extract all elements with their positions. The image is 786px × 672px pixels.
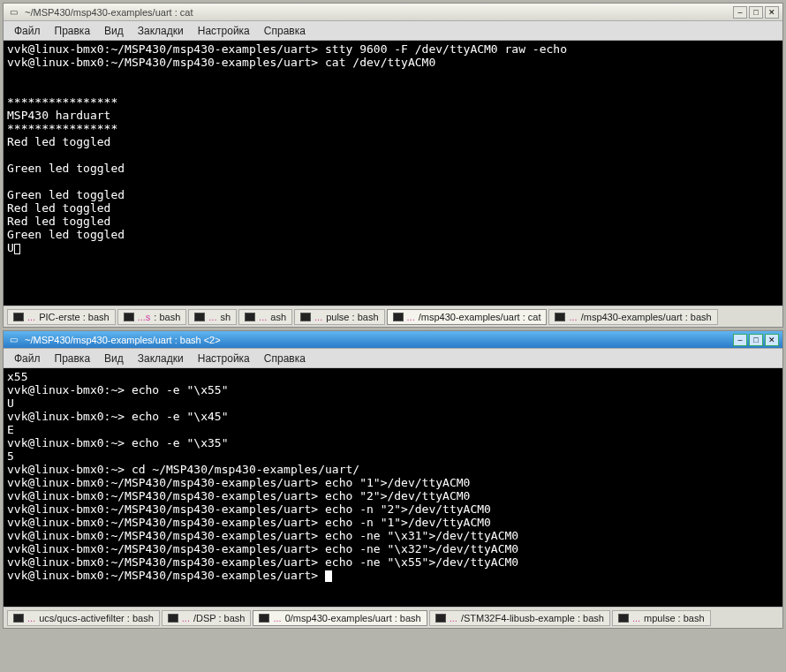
close-button[interactable]: ✕ <box>765 6 779 19</box>
window-buttons-2: – □ ✕ <box>733 334 779 346</box>
titlebar-2[interactable]: ▭ ~/MSP430/msp430-examples/uart : bash <… <box>4 331 782 349</box>
terminal-icon <box>124 313 134 321</box>
tab-ellipsis: ... <box>569 312 577 322</box>
menu-правка[interactable]: Правка <box>48 350 98 367</box>
tab[interactable]: ...ash <box>238 309 292 325</box>
tab-ellipsis: ... <box>450 613 457 623</box>
tab-ellipsis: ... <box>27 613 35 623</box>
tab-label: pulse : bash <box>326 312 378 322</box>
cursor-icon <box>325 570 332 582</box>
tab-label: /DSP : bash <box>193 613 246 623</box>
menu-закладки[interactable]: Закладки <box>131 350 191 367</box>
cursor-icon <box>14 244 20 254</box>
tab-ellipsis: ... <box>314 312 322 322</box>
maximize-button[interactable]: □ <box>749 6 763 19</box>
tab-label: 0/msp430-examples/uart : bash <box>285 613 421 623</box>
window-icon: ▭ <box>7 6 19 19</box>
terminal-window-2: ▭ ~/MSP430/msp430-examples/uart : bash <… <box>3 330 783 629</box>
minimize-button[interactable]: – <box>733 334 747 346</box>
terminal-icon <box>435 614 446 623</box>
tab-label: ash <box>270 312 286 322</box>
window-buttons-1: – □ ✕ <box>733 6 779 19</box>
tabbar-2: ...ucs/qucs-activefilter : bash.../DSP :… <box>4 607 782 628</box>
tab-ellipsis: ... <box>259 312 267 322</box>
terminal-icon <box>618 614 629 623</box>
terminal-output-2[interactable]: x55 vvk@linux-bmx0:~> echo -e "\x55" U v… <box>4 368 782 607</box>
tab-label: ucs/qucs-activefilter : bash <box>39 613 154 623</box>
maximize-button[interactable]: □ <box>749 334 763 346</box>
tab[interactable]: ...pulse : bash <box>294 309 385 325</box>
tab-label: mpulse : bash <box>644 613 704 623</box>
terminal-icon <box>13 313 24 321</box>
terminal-window-1: ▭ ~/MSP430/msp430-examples/uart : cat – … <box>3 3 783 328</box>
terminal-icon <box>168 614 178 623</box>
tabbar-1: ...PIC-erste : bash...s : bash...sh...as… <box>4 306 782 327</box>
tab[interactable]: ...s : bash <box>117 309 187 325</box>
tab[interactable]: .../msp430-examples/uart : cat <box>387 309 548 325</box>
tab-label: PIC-erste : bash <box>39 312 109 322</box>
terminal-icon <box>245 313 255 321</box>
titlebar-1[interactable]: ▭ ~/MSP430/msp430-examples/uart : cat – … <box>4 4 782 21</box>
menu-файл[interactable]: Файл <box>7 22 48 40</box>
tab[interactable]: ...mpulse : bash <box>612 610 711 626</box>
menu-справка[interactable]: Справка <box>257 22 313 40</box>
terminal-icon <box>393 313 404 321</box>
tab-ellipsis: ... <box>27 312 35 322</box>
tab[interactable]: .../STM32F4-libusb-example : bash <box>429 610 610 626</box>
menubar-2: ФайлПравкаВидЗакладкиНастройкаСправка <box>4 349 782 368</box>
tab[interactable]: .../msp430-examples/uart : bash <box>548 309 717 325</box>
terminal-icon <box>259 614 269 623</box>
terminal-icon <box>13 614 24 623</box>
tab-label: : bash <box>154 312 180 322</box>
menu-закладки[interactable]: Закладки <box>131 22 191 40</box>
terminal-icon <box>300 313 311 321</box>
window-icon: ▭ <box>7 334 19 346</box>
terminal-last-line-1: U <box>7 241 14 254</box>
menu-вид[interactable]: Вид <box>97 22 131 40</box>
window-title-1: ~/MSP430/msp430-examples/uart : cat <box>25 7 728 18</box>
window-title-2: ~/MSP430/msp430-examples/uart : bash <2> <box>25 335 728 345</box>
tab-ellipsis: ... <box>632 613 640 623</box>
menu-правка[interactable]: Правка <box>48 22 98 40</box>
terminal-text-1: vvk@linux-bmx0:~/MSP430/msp430-examples/… <box>7 42 567 241</box>
menu-файл[interactable]: Файл <box>7 350 48 367</box>
terminal-output-1[interactable]: vvk@linux-bmx0:~/MSP430/msp430-examples/… <box>4 41 782 306</box>
terminal-text-2: x55 vvk@linux-bmx0:~> echo -e "\x55" U v… <box>7 370 518 569</box>
tab-label: sh <box>220 312 231 322</box>
menu-настройка[interactable]: Настройка <box>191 350 257 367</box>
tab[interactable]: ...ucs/qucs-activefilter : bash <box>7 610 160 626</box>
tab-label: /msp430-examples/uart : bash <box>581 312 712 322</box>
tab[interactable]: .../DSP : bash <box>162 610 252 626</box>
tab-ellipsis: ... <box>182 613 190 623</box>
tab[interactable]: ...sh <box>188 309 237 325</box>
tab-ellipsis: ...s <box>138 312 151 322</box>
menu-вид[interactable]: Вид <box>97 350 131 367</box>
menu-настройка[interactable]: Настройка <box>191 22 257 40</box>
tab[interactable]: ...PIC-erste : bash <box>7 309 116 325</box>
tab[interactable]: ...0/msp430-examples/uart : bash <box>253 610 427 626</box>
tab-ellipsis: ... <box>208 312 216 322</box>
tab-label: /msp430-examples/uart : cat <box>419 312 541 322</box>
tab-label: /STM32F4-libusb-example : bash <box>461 613 604 623</box>
minimize-button[interactable]: – <box>733 6 747 19</box>
tab-ellipsis: ... <box>407 312 415 322</box>
terminal-last-line-2: vvk@linux-bmx0:~/MSP430/msp430-examples/… <box>7 569 325 582</box>
menu-справка[interactable]: Справка <box>257 350 313 367</box>
close-button[interactable]: ✕ <box>765 334 779 346</box>
terminal-icon <box>555 313 565 321</box>
menubar-1: ФайлПравкаВидЗакладкиНастройкаСправка <box>4 21 782 41</box>
terminal-icon <box>194 313 205 321</box>
tab-ellipsis: ... <box>273 613 281 623</box>
